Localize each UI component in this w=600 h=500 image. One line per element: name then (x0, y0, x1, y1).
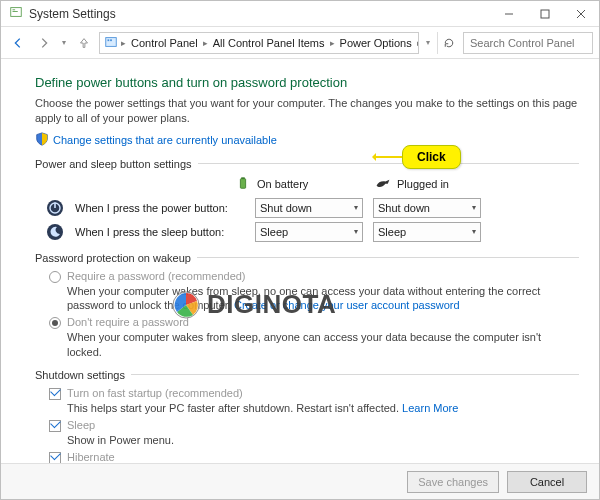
breadcrumb[interactable]: ▸ Control Panel ▸ All Control Panel Item… (99, 32, 419, 54)
up-button[interactable] (73, 32, 95, 54)
window: System Settings ▾ ▸ Control Panel ▸ All … (0, 0, 600, 500)
search-input[interactable] (463, 32, 593, 54)
group-title: Shutdown settings (35, 369, 125, 381)
chevron-right-icon: ▸ (329, 38, 336, 48)
power-icon (45, 198, 65, 218)
svg-rect-4 (541, 10, 549, 18)
sleep-button-label: When I press the sleep button: (75, 226, 245, 238)
svg-rect-1 (13, 9, 16, 10)
require-password-radio (49, 271, 61, 283)
battery-icon (235, 176, 251, 192)
dont-require-password-radio (49, 317, 61, 329)
plug-icon (375, 176, 391, 192)
breadcrumb-item[interactable]: Power Options (338, 37, 414, 49)
cancel-button[interactable]: Cancel (507, 471, 587, 493)
chevron-down-icon: ▾ (472, 227, 476, 236)
navbar: ▾ ▸ Control Panel ▸ All Control Panel It… (1, 27, 599, 59)
power-button-plugged-select[interactable]: Shut down▾ (373, 198, 481, 218)
group-power-sleep: Power and sleep button settings On batte… (35, 158, 579, 242)
svg-rect-8 (108, 39, 110, 41)
svg-rect-2 (13, 11, 18, 12)
require-password-label: Require a password (recommended) (67, 270, 246, 282)
titlebar-icon (9, 5, 23, 22)
chevron-down-icon: ▾ (354, 203, 358, 212)
save-changes-button[interactable]: Save changes (407, 471, 499, 493)
col-plugged-label: Plugged in (397, 178, 449, 190)
chevron-down-icon: ▾ (472, 203, 476, 212)
chevron-down-icon: ▾ (354, 227, 358, 236)
breadcrumb-item[interactable]: Control Panel (129, 37, 200, 49)
group-title: Password protection on wakeup (35, 252, 191, 264)
sleep-label: Sleep (67, 419, 95, 431)
shield-icon (35, 132, 49, 148)
power-button-label: When I press the power button: (75, 202, 245, 214)
page-description: Choose the power settings that you want … (35, 96, 579, 126)
control-panel-icon (104, 35, 118, 51)
sleep-button-plugged-select[interactable]: Sleep▾ (373, 222, 481, 242)
refresh-button[interactable] (437, 32, 459, 54)
maximize-button[interactable] (527, 1, 563, 27)
hibernate-checkbox (49, 452, 61, 463)
svg-rect-7 (106, 37, 117, 46)
learn-more-link[interactable]: Learn More (402, 402, 458, 414)
breadcrumb-item[interactable]: All Control Panel Items (211, 37, 327, 49)
group-shutdown: Shutdown settings Turn on fast startup (… (35, 369, 579, 463)
sleep-desc: Show in Power menu. (67, 433, 579, 447)
chevron-right-icon: ▸ (202, 38, 209, 48)
sleep-button-battery-select[interactable]: Sleep▾ (255, 222, 363, 242)
titlebar: System Settings (1, 1, 599, 27)
forward-button[interactable] (33, 32, 55, 54)
close-button[interactable] (563, 1, 599, 27)
fast-startup-label: Turn on fast startup (recommended) (67, 387, 243, 399)
svg-rect-11 (241, 177, 245, 179)
group-title: Power and sleep button settings (35, 158, 192, 170)
fast-startup-checkbox (49, 388, 61, 400)
window-title: System Settings (29, 7, 116, 21)
dont-require-password-desc: When your computer wakes from sleep, any… (67, 330, 579, 359)
group-password: Password protection on wakeup Require a … (35, 252, 579, 359)
annotation-callout: Click (376, 145, 461, 169)
create-password-link[interactable]: Create or change your user account passw… (234, 299, 460, 311)
power-button-battery-select[interactable]: Shut down▾ (255, 198, 363, 218)
page-heading: Define power buttons and turn on passwor… (35, 75, 579, 90)
callout-bubble: Click (402, 145, 461, 169)
svg-rect-10 (240, 178, 245, 188)
fast-startup-desc: This helps start your PC faster after sh… (67, 401, 579, 415)
svg-rect-9 (110, 39, 112, 41)
history-dropdown-icon[interactable]: ▾ (59, 38, 69, 47)
minimize-button[interactable] (491, 1, 527, 27)
sleep-checkbox (49, 420, 61, 432)
content-area: Define power buttons and turn on passwor… (1, 59, 599, 463)
back-button[interactable] (7, 32, 29, 54)
chevron-right-icon: ▸ (416, 38, 419, 48)
change-settings-link[interactable]: Change settings that are currently unava… (53, 134, 277, 146)
require-password-desc: When your computer wakes from sleep, no … (67, 284, 579, 313)
col-battery-label: On battery (257, 178, 308, 190)
sleep-icon (45, 222, 65, 242)
chevron-right-icon: ▸ (120, 38, 127, 48)
footer: Save changes Cancel (1, 463, 599, 499)
arrow-icon (376, 156, 402, 158)
dont-require-password-label: Don't require a password (67, 316, 189, 328)
breadcrumb-dropdown-icon[interactable]: ▾ (423, 38, 433, 47)
search-field[interactable] (468, 36, 588, 50)
hibernate-label: Hibernate (67, 451, 115, 463)
